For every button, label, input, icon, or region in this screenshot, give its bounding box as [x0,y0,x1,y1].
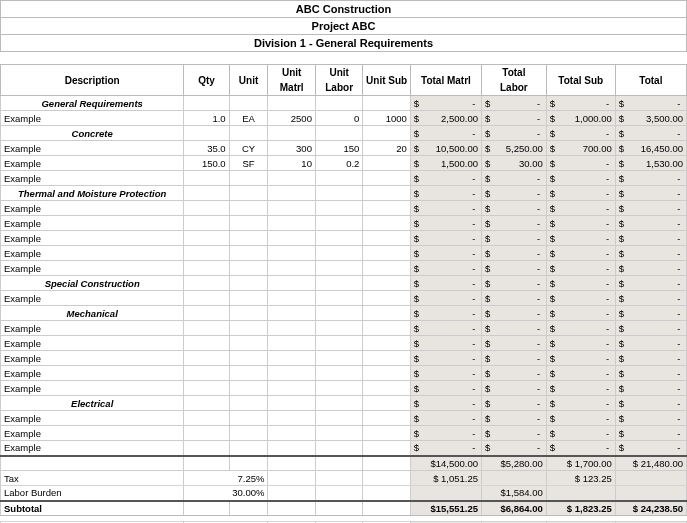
unit-sub-cell[interactable] [363,381,410,396]
description-cell[interactable]: Example [1,171,184,186]
unit-sub-cell[interactable] [363,201,410,216]
unit-sub-cell[interactable] [363,156,410,171]
unit-labor-cell[interactable] [315,321,362,336]
unit-matrl-cell[interactable] [268,231,315,246]
unit-matrl-cell[interactable] [268,306,315,321]
qty-cell[interactable]: 150.0 [184,156,229,171]
unit-matrl-cell[interactable]: 10 [268,156,315,171]
qty-cell[interactable] [184,306,229,321]
description-cell[interactable]: Example [1,411,184,426]
unit-matrl-cell[interactable] [268,381,315,396]
unit-cell[interactable] [229,186,268,201]
unit-matrl-cell[interactable] [268,186,315,201]
unit-labor-cell[interactable] [315,96,362,111]
unit-sub-cell[interactable] [363,366,410,381]
unit-matrl-cell[interactable] [268,126,315,141]
unit-matrl-cell[interactable]: 300 [268,141,315,156]
unit-sub-cell[interactable] [363,396,410,411]
unit-sub-cell[interactable]: 1000 [363,111,410,126]
description-cell[interactable]: Example [1,216,184,231]
qty-cell[interactable] [184,276,229,291]
description-cell[interactable]: Example [1,426,184,441]
unit-cell[interactable] [229,216,268,231]
unit-sub-cell[interactable] [363,276,410,291]
tax-pct[interactable]: 7.25% [184,471,268,486]
unit-cell[interactable] [229,426,268,441]
unit-cell[interactable] [229,306,268,321]
unit-labor-cell[interactable] [315,276,362,291]
unit-cell[interactable] [229,231,268,246]
unit-matrl-cell[interactable] [268,96,315,111]
unit-cell[interactable] [229,126,268,141]
qty-cell[interactable] [184,336,229,351]
unit-sub-cell[interactable] [363,96,410,111]
description-cell[interactable]: Example [1,366,184,381]
unit-sub-cell[interactable] [363,216,410,231]
unit-matrl-cell[interactable] [268,291,315,306]
unit-sub-cell[interactable] [363,426,410,441]
unit-sub-cell[interactable] [363,171,410,186]
unit-cell[interactable] [229,171,268,186]
unit-matrl-cell[interactable] [268,261,315,276]
unit-matrl-cell[interactable]: 2500 [268,111,315,126]
unit-cell[interactable]: CY [229,141,268,156]
qty-cell[interactable] [184,246,229,261]
description-cell[interactable]: Example [1,141,184,156]
unit-matrl-cell[interactable] [268,396,315,411]
qty-cell[interactable]: 1.0 [184,111,229,126]
unit-matrl-cell[interactable] [268,366,315,381]
unit-sub-cell[interactable] [363,441,410,456]
unit-labor-cell[interactable] [315,261,362,276]
description-cell[interactable]: Example [1,381,184,396]
unit-sub-cell[interactable] [363,351,410,366]
unit-matrl-cell[interactable] [268,216,315,231]
qty-cell[interactable]: 35.0 [184,141,229,156]
description-cell[interactable]: Example [1,231,184,246]
description-cell[interactable]: Example [1,111,184,126]
unit-cell[interactable] [229,441,268,456]
qty-cell[interactable] [184,441,229,456]
unit-cell[interactable]: EA [229,111,268,126]
unit-labor-cell[interactable]: 150 [315,141,362,156]
description-cell[interactable]: Example [1,321,184,336]
unit-sub-cell[interactable] [363,261,410,276]
qty-cell[interactable] [184,351,229,366]
unit-cell[interactable] [229,246,268,261]
qty-cell[interactable] [184,96,229,111]
qty-cell[interactable] [184,411,229,426]
qty-cell[interactable] [184,186,229,201]
unit-labor-cell[interactable] [315,411,362,426]
qty-cell[interactable] [184,231,229,246]
unit-cell[interactable] [229,411,268,426]
qty-cell[interactable] [184,396,229,411]
description-cell[interactable]: Example [1,441,184,456]
unit-matrl-cell[interactable] [268,336,315,351]
unit-labor-cell[interactable] [315,381,362,396]
unit-cell[interactable] [229,396,268,411]
unit-cell[interactable] [229,381,268,396]
qty-cell[interactable] [184,321,229,336]
unit-cell[interactable] [229,96,268,111]
unit-cell[interactable] [229,291,268,306]
unit-cell[interactable] [229,321,268,336]
unit-matrl-cell[interactable] [268,246,315,261]
unit-cell[interactable] [229,201,268,216]
unit-labor-cell[interactable] [315,216,362,231]
qty-cell[interactable] [184,426,229,441]
unit-labor-cell[interactable] [315,231,362,246]
unit-labor-cell[interactable] [315,366,362,381]
unit-sub-cell[interactable] [363,186,410,201]
qty-cell[interactable] [184,261,229,276]
unit-sub-cell[interactable] [363,246,410,261]
unit-labor-cell[interactable] [315,186,362,201]
unit-labor-cell[interactable] [315,201,362,216]
unit-labor-cell[interactable] [315,246,362,261]
qty-cell[interactable] [184,366,229,381]
burden-pct[interactable]: 30.00% [184,486,268,501]
unit-sub-cell[interactable] [363,231,410,246]
unit-matrl-cell[interactable] [268,441,315,456]
unit-sub-cell[interactable]: 20 [363,141,410,156]
unit-cell[interactable] [229,276,268,291]
unit-labor-cell[interactable] [315,291,362,306]
unit-sub-cell[interactable] [363,336,410,351]
